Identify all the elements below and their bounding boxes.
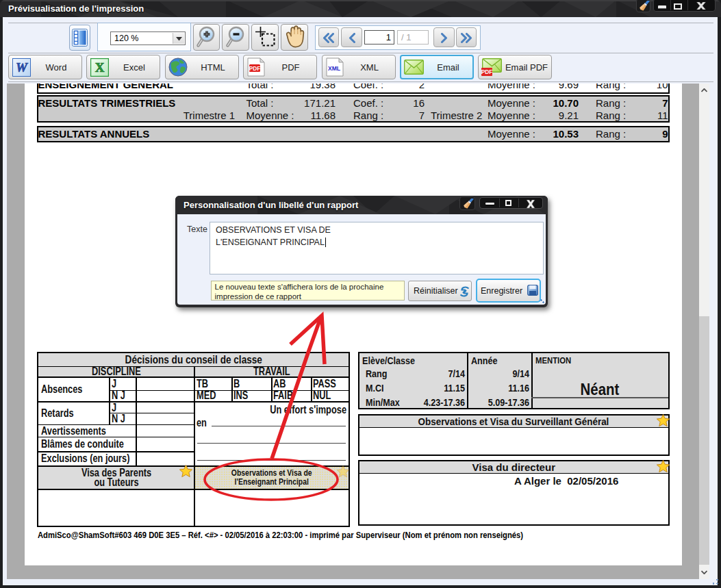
svg-text:X: X (95, 60, 105, 75)
svg-text:W: W (16, 60, 28, 74)
svg-text:PDF: PDF (481, 68, 492, 75)
svg-text:PDF: PDF (249, 66, 260, 72)
svg-text:XML: XML (328, 65, 340, 72)
